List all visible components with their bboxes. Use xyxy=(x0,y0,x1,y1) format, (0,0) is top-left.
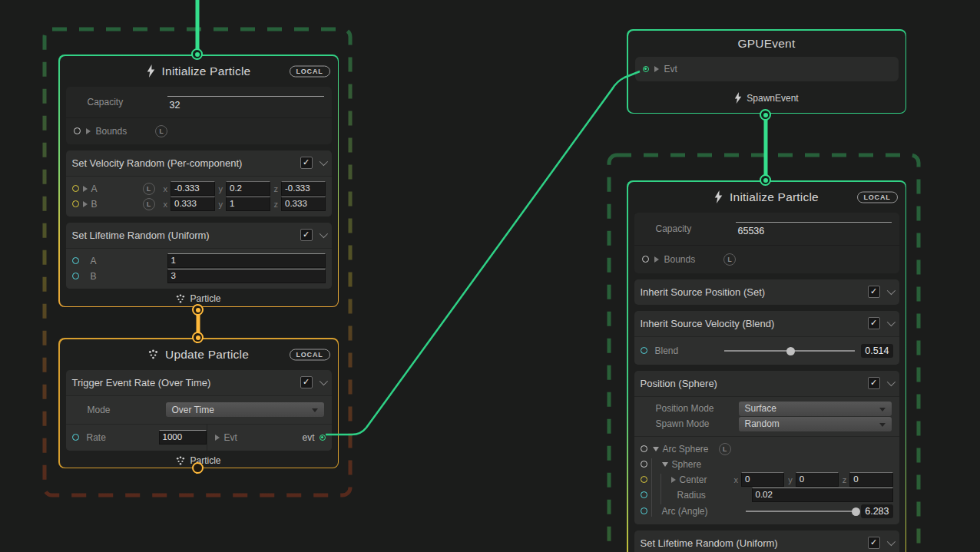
velocity-row-a: A L x-0.333 y0.2 z-0.333 xyxy=(72,181,326,197)
chevron-down-icon[interactable] xyxy=(886,286,895,295)
block-inherit-source-position[interactable]: Inherit Source Position (Set) ✓ xyxy=(634,279,899,305)
local-space-toggle[interactable]: L xyxy=(143,183,155,195)
bounds-port[interactable] xyxy=(74,127,81,134)
mode-dropdown[interactable]: Over Time xyxy=(166,402,324,417)
arc-value[interactable]: 6.283 xyxy=(861,504,892,518)
expand-triangle-icon[interactable] xyxy=(671,477,676,483)
arcsphere-port[interactable] xyxy=(641,445,647,452)
arc-label: Arc (Angle) xyxy=(662,506,742,517)
local-space-badge: LOCAL xyxy=(857,191,898,203)
spawn-mode-row: Spawn Mode Random xyxy=(641,417,893,431)
mode-row: Mode Over Time xyxy=(66,396,332,424)
radius-input[interactable]: 0.02 xyxy=(752,488,893,502)
bounds-row: Bounds L xyxy=(634,245,899,273)
y-input[interactable]: 1 xyxy=(226,197,270,211)
sphere-port[interactable] xyxy=(641,461,647,468)
local-space-toggle[interactable]: L xyxy=(723,253,736,266)
x-input[interactable]: 0.333 xyxy=(171,197,215,211)
spawn-event-output: SpawnEvent xyxy=(628,84,906,113)
chevron-down-icon[interactable] xyxy=(319,157,327,166)
checkbox-checked-icon[interactable]: ✓ xyxy=(868,317,880,329)
float-port[interactable] xyxy=(641,491,647,498)
node-gpuevent[interactable]: GPUEvent Evt SpawnEvent xyxy=(627,29,906,114)
local-space-toggle[interactable]: L xyxy=(143,198,155,210)
rate-input[interactable]: 1000 xyxy=(159,430,207,445)
checkbox-checked-icon[interactable]: ✓ xyxy=(300,376,313,388)
flow-input-port-update[interactable] xyxy=(192,332,204,343)
float-port[interactable] xyxy=(641,507,647,514)
blend-slider[interactable] xyxy=(724,346,856,355)
chevron-down-icon[interactable] xyxy=(319,377,327,385)
flow-output-port-init-left[interactable] xyxy=(192,304,204,316)
flow-output-port-update[interactable] xyxy=(192,462,204,474)
vector3-port[interactable] xyxy=(72,200,79,207)
axis-label: x xyxy=(164,200,168,209)
position-mode-row: Position Mode Surface xyxy=(641,402,893,416)
vector3-port[interactable] xyxy=(72,185,79,192)
capacity-input[interactable]: 32 xyxy=(167,96,324,117)
bounds-port[interactable] xyxy=(642,256,649,263)
a-input[interactable]: 1 xyxy=(167,253,326,268)
node-title: Initialize Particle xyxy=(730,190,819,204)
expand-triangle-icon[interactable] xyxy=(83,201,88,207)
evt-input-port[interactable] xyxy=(643,66,649,72)
chevron-down-icon[interactable] xyxy=(886,318,895,326)
expand-triangle-icon[interactable] xyxy=(86,128,91,134)
y-input[interactable]: 0 xyxy=(796,472,839,487)
capacity-input[interactable]: 65536 xyxy=(736,222,892,245)
flow-output-port-gpuevent[interactable] xyxy=(760,109,771,121)
float-port[interactable] xyxy=(72,434,79,441)
block-set-lifetime-random-right[interactable]: Set Lifetime Random (Uniform) ✓ xyxy=(634,531,899,552)
node-title-bar: Initialize Particle LOCAL xyxy=(628,182,906,213)
foldout-triangle-icon[interactable] xyxy=(653,447,659,451)
block-set-lifetime-random[interactable]: Set Lifetime Random (Uniform) ✓ A 1 B 3 xyxy=(66,223,332,289)
block-inherit-source-velocity[interactable]: Inherit Source Velocity (Blend) ✓ Blend … xyxy=(634,311,899,365)
expand-triangle-icon[interactable] xyxy=(83,186,88,192)
checkbox-checked-icon[interactable]: ✓ xyxy=(868,286,880,298)
b-input[interactable]: 3 xyxy=(167,269,326,283)
axis-label: z xyxy=(274,184,279,193)
z-input[interactable]: 0 xyxy=(849,472,892,487)
position-mode-label: Position Mode xyxy=(656,403,733,414)
arc-sphere-section: Arc Sphere L Sphere Center x0 xyxy=(634,436,899,524)
node-initialize-particle-right[interactable]: Initialize Particle LOCAL Capacity 65536… xyxy=(627,180,906,552)
vector3-port[interactable] xyxy=(641,476,647,483)
z-input[interactable]: -0.333 xyxy=(281,181,326,196)
local-space-toggle[interactable]: L xyxy=(155,125,167,137)
block-set-velocity-random[interactable]: Set Velocity Random (Per-component) ✓ A … xyxy=(66,150,332,217)
node-title-bar: GPUEvent xyxy=(628,31,906,57)
float-port[interactable] xyxy=(72,257,79,264)
z-input[interactable]: 0.333 xyxy=(281,197,326,211)
vfx-graph-canvas[interactable]: Initialize Particle LOCAL Capacity 32 Bo… xyxy=(0,0,980,552)
float-port[interactable] xyxy=(641,347,647,354)
local-space-toggle[interactable]: L xyxy=(719,443,731,455)
checkbox-checked-icon[interactable]: ✓ xyxy=(868,377,880,389)
block-trigger-event-rate[interactable]: Trigger Event Rate (Over Time) ✓ Mode Ov… xyxy=(66,370,332,451)
x-input[interactable]: -0.333 xyxy=(171,181,215,196)
axis-label: x xyxy=(734,475,739,484)
chevron-down-icon[interactable] xyxy=(886,378,895,386)
axis-label: z xyxy=(843,475,847,484)
block-title: Trigger Event Rate (Over Time) xyxy=(72,377,300,388)
flow-input-port-init-left[interactable] xyxy=(191,48,203,60)
block-position-sphere[interactable]: Position (Sphere) ✓ Position Mode Surfac… xyxy=(634,371,899,524)
chevron-down-icon[interactable] xyxy=(319,230,327,238)
y-input[interactable]: 0.2 xyxy=(226,181,270,196)
foldout-triangle-icon[interactable] xyxy=(662,462,668,467)
spawn-mode-dropdown[interactable]: Random xyxy=(739,417,892,431)
chevron-down-icon[interactable] xyxy=(886,537,895,546)
checkbox-checked-icon[interactable]: ✓ xyxy=(300,157,313,169)
velocity-row-b: B L x0.333 y1 z0.333 xyxy=(72,197,326,212)
flow-input-port-init-right[interactable] xyxy=(760,174,771,186)
position-mode-dropdown[interactable]: Surface xyxy=(739,402,892,416)
evt-output-port[interactable] xyxy=(319,435,326,441)
arc-slider[interactable] xyxy=(746,507,858,516)
expand-triangle-icon[interactable] xyxy=(654,256,659,263)
checkbox-checked-icon[interactable]: ✓ xyxy=(868,537,880,549)
node-update-particle[interactable]: Update Particle LOCAL Trigger Event Rate… xyxy=(58,338,339,468)
checkbox-checked-icon[interactable]: ✓ xyxy=(300,229,313,241)
float-port[interactable] xyxy=(72,273,79,279)
node-initialize-particle-left[interactable]: Initialize Particle LOCAL Capacity 32 Bo… xyxy=(58,55,339,307)
blend-value[interactable]: 0.514 xyxy=(861,344,892,358)
x-input[interactable]: 0 xyxy=(741,472,784,487)
